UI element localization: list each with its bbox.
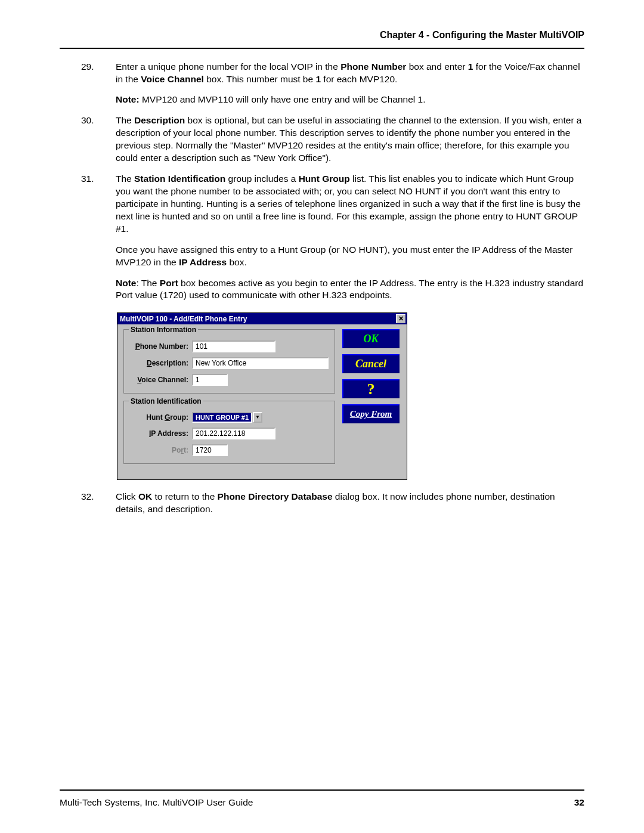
close-icon: ✕ [398, 315, 404, 322]
page-number: 32 [574, 797, 584, 809]
ip-address-label: IP Address: [130, 429, 192, 438]
step-number: 32. [81, 491, 116, 516]
step-paragraph: Click OK to return to the Phone Director… [116, 491, 584, 516]
description-input[interactable]: New York Office [192, 357, 329, 369]
cancel-button[interactable]: Cancel [342, 354, 400, 373]
step-note: Note: The Port box becomes active as you… [116, 277, 584, 302]
step-paragraph: Once you have assigned this entry to a H… [116, 244, 584, 269]
chevron-down-icon: ▼ [255, 414, 260, 421]
step-30: 30. The Description box is optional, but… [81, 114, 584, 165]
step-29: 29. Enter a unique phone number for the … [81, 61, 584, 107]
step-paragraph: Enter a unique phone number for the loca… [116, 61, 584, 86]
station-identification-group: Station Identification Hunt Group: HUNT … [123, 401, 335, 464]
ok-button[interactable]: OK [342, 329, 400, 348]
phone-number-label: Phone Number: [130, 342, 192, 351]
step-number: 29. [81, 61, 116, 107]
copy-from-button[interactable]: Copy From [342, 404, 400, 423]
hunt-group-select[interactable]: HUNT GROUP #1 [192, 412, 252, 423]
phone-number-input[interactable]: 101 [192, 340, 275, 352]
voice-channel-label: Voice Channel: [130, 375, 192, 385]
step-body: The Station Identification group include… [116, 173, 584, 302]
group-legend: Station Information [129, 325, 198, 335]
step-31: 31. The Station Identification group inc… [81, 173, 584, 302]
step-paragraph: The Station Identification group include… [116, 173, 584, 236]
page-header: Chapter 4 - Configuring the Master Multi… [60, 29, 584, 49]
group-legend: Station Identification [129, 397, 203, 406]
description-label: Description: [130, 358, 192, 368]
step-body: Click OK to return to the Phone Director… [116, 491, 584, 516]
step-number: 30. [81, 114, 116, 165]
voice-channel-input[interactable]: 1 [192, 374, 228, 386]
ip-address-input[interactable]: 201.22.122.118 [192, 428, 275, 439]
step-paragraph: The Description box is optional, but can… [116, 114, 584, 165]
port-label: Port: [130, 445, 192, 455]
step-body: The Description box is optional, but can… [116, 114, 584, 165]
step-number: 31. [81, 173, 116, 302]
hunt-group-label: Hunt Group: [130, 413, 192, 422]
page-footer: Multi-Tech Systems, Inc. MultiVOIP User … [60, 789, 584, 809]
step-32: 32. Click OK to return to the Phone Dire… [81, 491, 584, 516]
dropdown-button[interactable]: ▼ [253, 412, 262, 423]
dialog-title: MultiVOIP 100 - Add/Edit Phone Entry [120, 314, 247, 324]
station-information-group: Station Information Phone Number: 101 De… [123, 329, 335, 394]
footer-title: Multi-Tech Systems, Inc. MultiVOIP User … [60, 797, 253, 809]
chapter-title: Chapter 4 - Configuring the Master Multi… [380, 30, 584, 40]
close-button[interactable]: ✕ [396, 314, 405, 323]
step-note: Note: MVP120 and MVP110 will only have o… [116, 94, 584, 106]
port-input[interactable]: 1720 [192, 444, 228, 456]
help-icon: ? [367, 379, 375, 400]
help-button[interactable]: ? [342, 379, 400, 398]
dialog-titlebar: MultiVOIP 100 - Add/Edit Phone Entry ✕ [117, 313, 407, 324]
step-body: Enter a unique phone number for the loca… [116, 61, 584, 107]
dialog-screenshot: MultiVOIP 100 - Add/Edit Phone Entry ✕ S… [117, 312, 407, 480]
add-edit-phone-dialog: MultiVOIP 100 - Add/Edit Phone Entry ✕ S… [117, 312, 407, 480]
